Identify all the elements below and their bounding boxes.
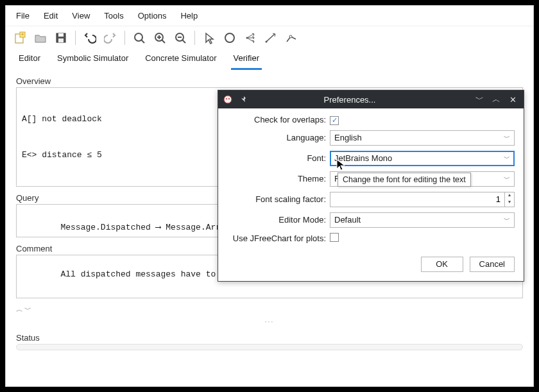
zoom-out-icon[interactable] [171,29,189,47]
tab-verifier[interactable]: Verifier [231,49,262,70]
redo-icon[interactable] [101,29,119,47]
svg-rect-5 [58,38,64,42]
row-jfreechart: Use JFreeChart for plots: [227,233,515,244]
tabs: Editor Symbolic Simulator Concrete Simul… [6,49,533,70]
svg-point-24 [289,35,292,38]
close-icon[interactable]: ✕ [507,95,518,105]
jfreechart-checkbox[interactable] [330,233,339,242]
undo-icon[interactable] [81,29,99,47]
tab-editor[interactable]: Editor [16,49,43,70]
chevron-down-icon: ﹀ [504,216,510,225]
svg-line-19 [247,38,253,42]
toolbar: + [6,26,533,49]
status-scrollbar[interactable] [16,344,523,350]
svg-line-7 [141,40,144,43]
menu-view[interactable]: View [65,8,96,23]
font-tooltip: Change the font for editing the text [338,173,471,187]
spin-up-icon[interactable]: ▴ [505,192,514,200]
chevron-down-icon: ﹀ [504,154,510,163]
menu-edit[interactable]: Edit [37,8,64,23]
ok-button[interactable]: OK [421,257,463,272]
svg-line-20 [266,34,275,42]
spin-down-icon[interactable]: ▾ [505,200,514,207]
edge-tool-icon[interactable] [262,29,280,47]
font-combo[interactable]: JetBrains Mono ﹀ [330,151,515,166]
circle-tool-icon[interactable] [221,29,239,47]
row-editor-mode: Editor Mode: Default ﹀ [227,212,515,228]
drag-handle-icon[interactable]: ··· [16,318,523,325]
svg-text:+: + [21,31,24,37]
pin-icon[interactable] [240,96,252,103]
cancel-button[interactable]: Cancel [470,257,515,272]
svg-point-26 [226,98,227,99]
editor-mode-label: Editor Mode: [227,215,330,225]
maximize-icon[interactable]: ︿ [490,94,502,105]
scaling-input[interactable] [330,192,504,207]
language-label: Language: [227,133,330,142]
svg-rect-4 [58,33,64,37]
pointer-tool-icon[interactable] [200,29,218,47]
svg-point-27 [228,98,230,99]
menubar: File Edit View Tools Options Help [6,6,533,26]
row-language: Language: English ﹀ [227,130,515,146]
svg-point-25 [224,96,232,103]
scaling-label: Font scaling factor: [227,194,330,204]
svg-line-9 [162,40,165,43]
spinner-buttons[interactable]: ▴ ▾ [504,192,515,207]
toolbar-separator [124,31,125,45]
chevron-down-icon: ﹀ [504,133,510,142]
menu-file[interactable]: File [10,8,36,23]
zoom-fit-icon[interactable] [130,29,148,47]
branch-tool-icon[interactable] [241,29,259,47]
zoom-in-icon[interactable] [151,29,169,47]
menu-help[interactable]: Help [174,8,204,23]
toolbar-separator [194,31,195,45]
chevron-down-icon[interactable]: ﹀ [24,305,31,314]
app-icon [223,95,235,104]
toolbar-separator [75,31,76,45]
new-file-icon[interactable]: + [11,29,29,47]
dialog-title: Preferences... [257,95,468,105]
open-file-icon[interactable] [31,29,49,47]
language-combo[interactable]: English ﹀ [330,130,515,146]
menu-options[interactable]: Options [132,8,173,23]
language-value: English [334,133,362,142]
tab-concrete-simulator[interactable]: Concrete Simulator [142,49,219,70]
status-label: Status [16,333,523,343]
dialog-titlebar[interactable]: Preferences... ﹀ ︿ ✕ [218,90,524,108]
svg-line-13 [182,40,185,43]
expand-chevrons[interactable]: ︿ ﹀ [16,305,523,314]
row-overlaps: Check for overlaps: [227,115,515,125]
editor-mode-combo[interactable]: Default ﹀ [330,212,515,228]
row-font: Font: JetBrains Mono ﹀ [227,151,515,166]
row-scaling: Font scaling factor: ▴ ▾ [227,192,515,207]
svg-line-17 [247,34,253,38]
scaling-spinner[interactable]: ▴ ▾ [330,192,515,207]
minimize-icon[interactable]: ﹀ [474,94,485,105]
save-icon[interactable] [52,29,70,47]
svg-point-15 [225,33,234,42]
editor-mode-value: Default [334,215,361,225]
nail-tool-icon[interactable] [282,29,300,47]
status-section: Status [16,333,523,353]
font-value: JetBrains Mono [334,153,392,163]
tab-symbolic-simulator[interactable]: Symbolic Simulator [55,49,131,70]
theme-label: Theme: [227,174,330,183]
jfreechart-label: Use JFreeChart for plots: [227,234,330,243]
overview-label: Overview [16,76,523,86]
dialog-buttons: OK Cancel [218,249,524,281]
overlaps-label: Check for overlaps: [227,115,330,124]
chevron-up-icon[interactable]: ︿ [16,305,23,314]
overlaps-checkbox[interactable] [330,116,339,125]
menu-tools[interactable]: Tools [98,8,130,23]
query-text: Message.Dispatched ⟶ Message.Arrive [60,223,235,232]
chevron-down-icon: ﹀ [504,175,510,183]
svg-point-21 [266,41,268,43]
font-label: Font: [227,153,330,163]
